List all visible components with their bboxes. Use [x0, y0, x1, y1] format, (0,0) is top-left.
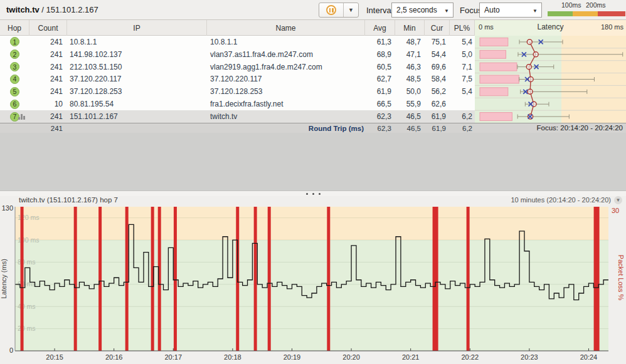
hop-avg: 61,9	[365, 85, 395, 98]
summary-avg: 62,3	[365, 123, 395, 133]
target-host: twitch.tv	[6, 5, 40, 14]
hop-count: 241	[29, 110, 67, 123]
timeline-range-label: 10 minutes (20:14:20 - 20:24:20)	[511, 196, 611, 204]
chevron-down-icon: ▼	[533, 8, 538, 14]
col-header-count[interactable]: Count	[29, 20, 67, 36]
hop-name: 10.8.1.1	[207, 36, 365, 48]
svg-text:30: 30	[612, 207, 619, 214]
hop-pl: 6,2	[450, 110, 475, 123]
svg-text:Packet Loss %: Packet Loss %	[617, 255, 625, 301]
col-header-min[interactable]: Min	[395, 20, 425, 36]
hop-name: twitch.tv	[207, 110, 365, 123]
svg-text:0: 0	[9, 346, 13, 354]
interval-label: Interval	[366, 6, 393, 15]
splitter-handle[interactable]	[0, 190, 626, 196]
hop-number-badge: 4	[10, 75, 19, 84]
pause-button[interactable]	[319, 3, 344, 17]
hop-avg: 66,5	[365, 98, 395, 110]
hop-name: fra1.decixfra.fastly.net	[207, 98, 365, 110]
hop-cur: 62,6	[425, 98, 450, 110]
hop-count: 241	[29, 36, 67, 48]
hop-min: 50,0	[395, 85, 425, 98]
per-hop-latency-graph	[475, 36, 626, 123]
interval-dropdown[interactable]: 2,5 seconds ▼	[391, 3, 454, 18]
svg-text:80 ms: 80 ms	[18, 258, 36, 266]
chevron-down-icon: ▼	[444, 8, 449, 14]
col-header-name[interactable]: Name	[207, 20, 365, 36]
round-trip-summary-row: 241 Round Trip (ms) 62,3 46,5 61,9 6,2 F…	[0, 123, 626, 133]
summary-cur: 61,9	[425, 123, 450, 133]
latency-color-legend: 100ms 200ms	[548, 1, 625, 19]
legend-200ms-label: 200ms	[586, 1, 606, 9]
hop-name: 37.120.128.253	[207, 85, 365, 98]
hop-cur: 58,4	[425, 73, 450, 86]
hop-avg: 61,3	[365, 36, 395, 48]
hop-min: 48,5	[395, 73, 425, 86]
pause-menu-button[interactable]: ▼	[344, 3, 358, 17]
svg-text:20:18: 20:18	[224, 353, 241, 361]
svg-text:20:16: 20:16	[105, 353, 123, 361]
hop-name: vlan37.as11.fra4.de.m247.com	[207, 48, 365, 61]
latency-timeline-chart: 120 ms100 ms80 ms60 ms40 ms20 ms20:1520:…	[0, 205, 626, 364]
hop-cur: 56,2	[425, 85, 450, 98]
svg-text:Latency (ms): Latency (ms)	[0, 259, 8, 299]
bar-chart-icon	[18, 114, 26, 120]
hop-min: 48,7	[395, 36, 425, 48]
svg-text:20:19: 20:19	[284, 353, 301, 361]
pause-button-group: ▼	[319, 3, 359, 18]
timeline-range-chevron-icon[interactable]: ▼	[614, 196, 622, 204]
hop-number-badge: 2	[10, 49, 19, 59]
table-header: Hop Count IP Name Avg Min Cur PL% 0 ms L…	[0, 20, 626, 36]
hop-ip: 80.81.195.54	[67, 98, 207, 110]
summary-min: 46,5	[395, 123, 425, 133]
hop-count: 241	[29, 61, 67, 73]
svg-text:20:21: 20:21	[402, 353, 420, 361]
hop-count: 10	[29, 98, 67, 110]
summary-count: 241	[29, 123, 67, 133]
empty-panel	[0, 133, 626, 190]
splitter-grip-icon	[312, 193, 314, 195]
hop-pl: 7,1	[450, 61, 475, 73]
hop-number-badge: 1	[10, 37, 19, 46]
round-trip-label: Round Trip (ms)	[207, 123, 365, 133]
hop-min: 47,1	[395, 48, 425, 61]
hop-ip: 212.103.51.150	[67, 61, 207, 73]
hop-avg: 60,5	[365, 61, 395, 73]
graph-scale-max-label: 180 ms	[601, 23, 623, 31]
hop-pl: 5,0	[450, 48, 475, 61]
col-header-hop[interactable]: Hop	[0, 20, 29, 36]
hop-ip: 151.101.2.167	[67, 110, 207, 123]
hop-number-badge: 6	[10, 100, 19, 109]
chevron-down-icon: ▼	[348, 7, 354, 13]
hop-ip: 10.8.1.1	[67, 36, 207, 48]
svg-text:20:22: 20:22	[462, 353, 479, 361]
svg-text:20:23: 20:23	[521, 353, 538, 361]
hop-pl: 7,5	[450, 73, 475, 86]
legend-gradient-bar	[548, 11, 625, 16]
pause-icon	[326, 5, 336, 15]
col-header-avg[interactable]: Avg	[365, 20, 395, 36]
timeline-title: twitch.tv (151.101.2.167) hop 7	[19, 196, 118, 204]
pingplotter-window: { "window": { "title_host": "twitch.tv",…	[0, 0, 626, 364]
svg-text:40 ms: 40 ms	[18, 303, 36, 310]
hop-name: vlan2919.agg1.fra4.de.m247.com	[207, 61, 365, 73]
hop-number-badge: 5	[10, 87, 19, 96]
col-header-ip[interactable]: IP	[67, 20, 207, 36]
col-header-pl[interactable]: PL%	[450, 20, 475, 36]
target-ip: / 151.101.2.167	[40, 5, 98, 14]
focus-value: Auto	[484, 6, 500, 14]
svg-text:20:15: 20:15	[46, 353, 63, 361]
hop-ip: 37.120.220.117	[67, 73, 207, 86]
hop-min: 55,9	[395, 98, 425, 110]
interval-value: 2,5 seconds	[396, 6, 437, 14]
svg-text:20:24: 20:24	[580, 353, 598, 361]
timeline-header: twitch.tv (151.101.2.167) hop 7 10 minut…	[0, 196, 626, 205]
focus-dropdown[interactable]: Auto ▼	[479, 3, 542, 18]
hop-count: 241	[29, 48, 67, 61]
hop-pl	[450, 98, 475, 110]
col-header-cur[interactable]: Cur	[425, 20, 450, 36]
hop-count: 241	[29, 85, 67, 98]
hop-row-7[interactable]: 7241151.101.2.167twitch.tv62,346,561,96,…	[0, 110, 475, 123]
target-title: twitch.tv / 151.101.2.167	[6, 5, 98, 14]
hop-number-badge: 3	[10, 62, 19, 71]
